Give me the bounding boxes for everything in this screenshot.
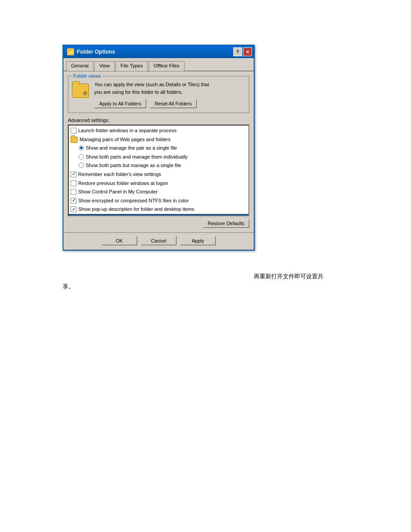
help-button[interactable]: ?: [233, 47, 242, 56]
list-item: Show both parts but manage as a single f…: [69, 161, 248, 170]
list-item-label: Restore previous folder windows at logon: [78, 180, 168, 188]
close-button[interactable]: ✕: [243, 47, 252, 56]
title-bar: 📁 Folder Options ? ✕: [63, 46, 254, 58]
ok-button[interactable]: OK: [101, 236, 137, 245]
list-item-label: Show Control Panel in My Computer: [78, 188, 158, 196]
list-item-label: Show and manage the pair as a single fil…: [86, 144, 177, 152]
reset-all-folders-button[interactable]: Reset All Folders: [150, 99, 197, 108]
folder-image: [72, 84, 89, 98]
list-item-label: Show both parts but manage as a single f…: [86, 162, 181, 170]
restore-defaults-button[interactable]: Restore Defaults: [203, 219, 249, 228]
advanced-settings-label: Advanced settings:: [68, 117, 249, 123]
settings-list-container[interactable]: Launch folder windows in a separate proc…: [68, 125, 249, 216]
checkbox-simple-sharing[interactable]: [71, 215, 76, 216]
list-item-label: Show encrypted or compressed NTFS files …: [78, 197, 189, 205]
list-item-label: Remember each folder's view settings: [78, 171, 161, 179]
tab-file-types[interactable]: File Types: [116, 61, 148, 71]
window-icon: 📁: [67, 48, 74, 55]
radio-single-file[interactable]: [79, 145, 84, 151]
content-area: Folder views You can apply the view (suc…: [63, 71, 254, 232]
list-item: Restore previous folder windows at logon: [69, 179, 248, 188]
list-item: Show Control Panel in My Computer: [69, 188, 248, 197]
title-bar-buttons: ? ✕: [233, 47, 252, 56]
folder-views-buttons: Apply to All Folders Reset All Folders: [94, 99, 245, 108]
caption-line1: 再重新打开文件即可设置共: [254, 272, 323, 281]
tab-offline-files[interactable]: Offline Files: [149, 61, 185, 71]
list-item-label: Show both parts and manage them individu…: [86, 153, 188, 161]
checkbox-popup-description[interactable]: [71, 206, 76, 212]
checkbox-encrypted-ntfs[interactable]: [71, 198, 76, 204]
checkbox-remember-folder[interactable]: [71, 172, 76, 177]
cancel-button[interactable]: Cancel: [141, 236, 176, 245]
advanced-settings-section: Advanced settings: Launch folder windows…: [68, 117, 249, 228]
list-item: Show encrypted or compressed NTFS files …: [69, 197, 248, 205]
settings-list: Launch folder windows in a separate proc…: [69, 126, 248, 216]
caption-line2: 享。: [63, 283, 74, 291]
folder-views-content: You can apply the view (such as Details …: [72, 81, 245, 108]
list-item: Remember each folder's view settings: [69, 170, 248, 179]
list-item: Managing pairs of Web pages and folders: [69, 135, 248, 144]
tab-view[interactable]: View: [94, 61, 115, 71]
folder-group-icon: [71, 137, 78, 143]
radio-manage-individually[interactable]: [79, 154, 84, 159]
list-item-label: Launch folder windows in a separate proc…: [78, 127, 176, 135]
checkbox-launch-folder[interactable]: [71, 128, 76, 134]
folder-views-group: Folder views You can apply the view (suc…: [68, 76, 249, 113]
list-item: Show pop-up description for folder and d…: [69, 205, 248, 214]
folder-options-window: 📁 Folder Options ? ✕ General View File T…: [63, 45, 255, 251]
folder-icon: [72, 81, 90, 98]
folder-views-description: You can apply the view (such as Details …: [94, 81, 245, 96]
title-bar-left: 📁 Folder Options: [67, 48, 115, 55]
apply-to-all-folders-button[interactable]: Apply to All Folders: [94, 99, 146, 108]
checkbox-restore-previous[interactable]: [71, 180, 76, 186]
restore-defaults-row: Restore Defaults: [68, 219, 249, 228]
bottom-buttons: OK Cancel Apply: [63, 232, 254, 250]
list-item-label: Use simple file sharing (Recommended): [78, 214, 166, 216]
list-item-label: Show pop-up description for folder and d…: [78, 205, 194, 214]
radio-both-single[interactable]: [79, 163, 84, 168]
list-item: Launch folder windows in a separate proc…: [69, 126, 248, 135]
folder-views-label: Folder views: [72, 73, 102, 79]
apply-button[interactable]: Apply: [180, 236, 216, 245]
list-item: Show both parts and manage them individu…: [69, 153, 248, 162]
list-item-label: Managing pairs of Web pages and folders: [80, 136, 170, 144]
list-item: Show and manage the pair as a single fil…: [69, 144, 248, 153]
tab-general[interactable]: General: [66, 61, 93, 71]
tab-bar: General View File Types Offline Files: [63, 58, 254, 71]
window-title: Folder Options: [77, 49, 115, 55]
checkbox-control-panel[interactable]: [71, 189, 76, 195]
list-item: Use simple file sharing (Recommended): [69, 214, 248, 216]
